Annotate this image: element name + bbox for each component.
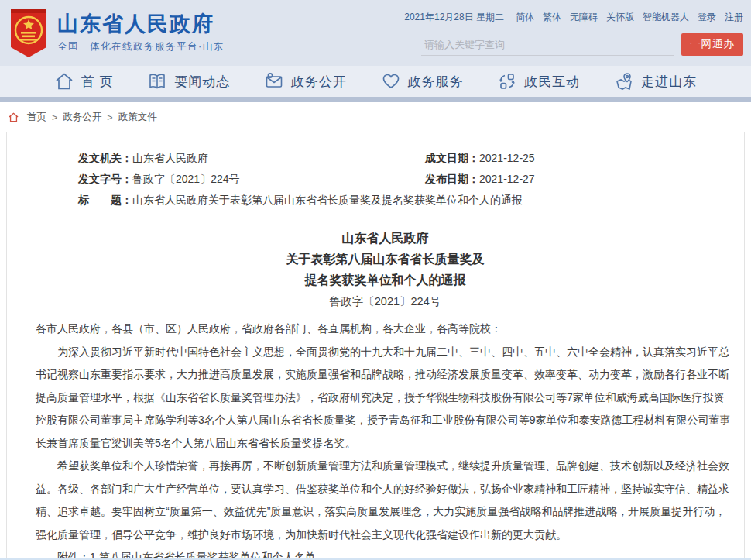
meta-value: 鲁政字〔2021〕224号 — [132, 173, 240, 185]
meta-label: 标 题： — [78, 194, 132, 206]
document-title-line: 关于表彰第八届山东省省长质量奖及 — [36, 249, 735, 270]
nav-label: 走进山东 — [641, 73, 697, 91]
main-nav: 首 页 要闻动态 政务公开 政务服务 — [0, 66, 751, 97]
search-input[interactable] — [421, 34, 674, 56]
interaction-icon — [497, 71, 517, 91]
site-subtitle: 全国一体化在线政务服务平台·山东 — [57, 40, 225, 53]
breadcrumb-separator: > — [107, 112, 112, 123]
link-smart-robot[interactable]: 智能机器人 — [643, 11, 689, 24]
link-login[interactable]: 登录 — [698, 11, 716, 24]
site-brand[interactable]: 山东省人民政府 全国一体化在线政务服务平台·山东 — [9, 9, 225, 58]
meta-value: 2021-12-25 — [479, 152, 535, 164]
divider-strip — [0, 97, 751, 102]
link-care-version[interactable]: 关怀版 — [606, 11, 634, 24]
meta-label: 成文日期： — [425, 152, 479, 164]
link-accessibility[interactable]: 无障碍 — [570, 11, 598, 24]
utility-links: 2021年12月28日 星期二 简体 繁体 无障碍 关怀版 智能机器人 登录 注… — [404, 11, 743, 24]
one-stop-portal-button[interactable]: 一网通办 — [681, 33, 743, 56]
national-emblem-logo — [9, 9, 48, 58]
document-meta: 发文机关：山东省人民政府 成文日期：2021-12-25 发文字号：鲁政字〔20… — [7, 132, 744, 211]
nav-item-gov-info[interactable]: 政务公开 — [264, 71, 347, 91]
document-paragraph: 为深入贯彻习近平新时代中国特色社会主义思想，全面贯彻党的十九大和十九届二中、三中… — [36, 341, 735, 455]
home-icon — [54, 71, 74, 91]
nav-label: 要闻动态 — [174, 73, 230, 91]
meta-value: 山东省人民政府 — [132, 152, 208, 164]
document-body: 山东省人民政府 关于表彰第八届山东省省长质量奖及 提名奖获奖单位和个人的通报 鲁… — [7, 211, 744, 560]
nav-item-news[interactable]: 要闻动态 — [147, 71, 230, 91]
current-date: 2021年12月28日 星期二 — [404, 11, 504, 24]
link-register[interactable]: 注册 — [725, 11, 743, 24]
meta-written-date: 成文日期：2021-12-25 — [425, 148, 698, 169]
meta-issuing-org: 发文机关：山东省人民政府 — [78, 148, 425, 169]
breadcrumb-separator: > — [52, 112, 57, 123]
breadcrumb-item-home[interactable]: 首页 — [27, 111, 46, 124]
nav-label: 首 页 — [81, 73, 114, 91]
meta-label: 发布日期： — [425, 173, 479, 185]
link-simplified-chinese[interactable]: 简体 — [516, 11, 534, 24]
news-icon — [147, 71, 167, 91]
meta-label: 发文字号： — [78, 173, 132, 185]
mail-icon — [264, 71, 284, 91]
nav-label: 政民互动 — [524, 73, 580, 91]
meta-value: 2021-12-27 — [479, 173, 535, 185]
nav-label: 政务公开 — [291, 73, 347, 91]
meta-publish-date: 发布日期：2021-12-27 — [425, 169, 698, 190]
breadcrumb-item-policy-files[interactable]: 政策文件 — [118, 111, 157, 124]
nav-item-home[interactable]: 首 页 — [54, 71, 114, 91]
document-title-line: 提名奖获奖单位和个人的通报 — [36, 270, 735, 290]
nav-item-gov-services[interactable]: 政务服务 — [381, 71, 464, 91]
meta-doc-number: 发文字号：鲁政字〔2021〕224号 — [78, 169, 425, 190]
link-traditional-chinese[interactable]: 繁体 — [543, 11, 561, 24]
nav-item-public-interaction[interactable]: 政民互动 — [497, 71, 580, 91]
site-header: 山东省人民政府 全国一体化在线政务服务平台·山东 2021年12月28日 星期二… — [0, 0, 751, 66]
site-title[interactable]: 山东省人民政府 — [57, 12, 225, 36]
document-salutation: 各市人民政府，各县（市、区）人民政府，省政府各部门、各直属机构，各大企业，各高等… — [36, 318, 735, 341]
document-number: 鲁政字〔2021〕224号 — [36, 291, 735, 312]
document-paragraph: 希望获奖单位和个人珍惜荣誉，再接再厉，不断创新质量管理方法和质量管理模式，继续提… — [36, 455, 735, 546]
document-panel: 发文机关：山东省人民政府 成文日期：2021-12-25 发文字号：鲁政字〔20… — [6, 132, 745, 560]
nav-item-about-shandong[interactable]: 走进山东 — [614, 71, 697, 91]
document-title-line: 山东省人民政府 — [36, 228, 735, 249]
nav-label: 政务服务 — [408, 73, 464, 91]
meta-title: 标 题：山东省人民政府关于表彰第八届山东省省长质量奖及提名奖获奖单位和个人的通报 — [78, 190, 698, 211]
breadcrumb-home-icon — [8, 112, 19, 123]
meta-label: 发文机关： — [78, 152, 132, 164]
breadcrumb: 首页 > 政务公开 > 政策文件 — [0, 102, 751, 132]
breadcrumb-item-gov-info[interactable]: 政务公开 — [63, 111, 101, 124]
heart-icon — [381, 71, 401, 91]
meta-value: 山东省人民政府关于表彰第八届山东省省长质量奖及提名奖获奖单位和个人的通报 — [132, 194, 523, 206]
map-pin-icon — [614, 71, 634, 91]
